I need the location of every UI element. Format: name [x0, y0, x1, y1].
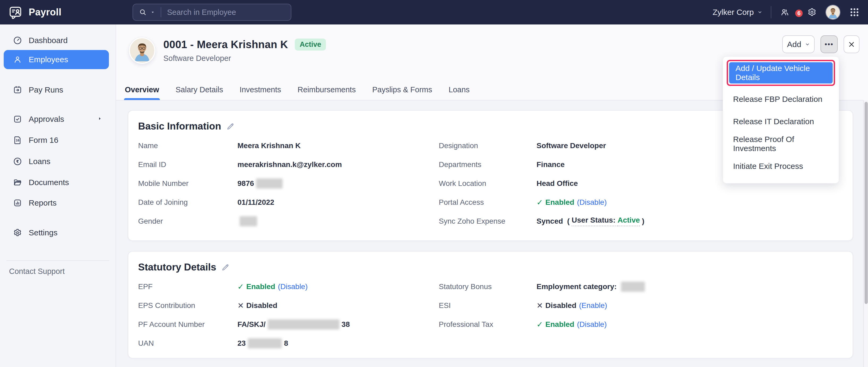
value-text: Meera Krishnan K	[238, 141, 301, 150]
payroll-logo-icon	[8, 5, 23, 20]
value-text: Enabled	[545, 320, 574, 329]
value-text: 8	[284, 339, 288, 347]
field-label-work-location: Work Location	[439, 179, 486, 188]
field-value-mobile-number: 9876	[238, 178, 285, 189]
search-placeholder: Search in Employee	[167, 8, 236, 17]
field-value-statutory-bonus: Employment category:	[536, 282, 647, 292]
edit-icon[interactable]	[221, 263, 230, 272]
svg-text:₹: ₹	[16, 159, 19, 164]
sidebar-item-label: Documents	[29, 178, 69, 187]
user-avatar[interactable]	[826, 5, 840, 20]
pay-runs-icon	[13, 85, 22, 95]
menu-item-release-proof-of-investments[interactable]: Release Proof Of Investments	[723, 133, 839, 155]
tab-payslips-forms[interactable]: Payslips & Forms	[372, 79, 432, 100]
org-switcher[interactable]: Zylker Corp	[713, 8, 762, 17]
more-actions-button[interactable]: •••	[820, 35, 838, 53]
chevron-down-icon	[757, 10, 762, 15]
field-value-departments: Finance	[536, 160, 565, 169]
sidebar-item-form-16[interactable]: 16Form 16	[4, 131, 109, 150]
menu-item-initiate-exit-process[interactable]: Initiate Exit Process	[723, 155, 839, 177]
employee-avatar	[129, 37, 155, 64]
disable-link[interactable]: (Disable)	[577, 198, 607, 207]
employees-icon	[13, 55, 22, 64]
sidebar-item-loans[interactable]: ₹Loans	[4, 152, 109, 171]
card-title: Basic Information	[138, 121, 221, 132]
sidebar-item-settings[interactable]: Settings	[4, 223, 109, 242]
status-badge: Active	[295, 38, 326, 51]
disable-link[interactable]: (Disable)	[577, 320, 607, 329]
sidebar-item-label: Dashboard	[29, 36, 68, 45]
search-divider	[161, 7, 161, 17]
field-value-designation: Software Developer	[536, 141, 606, 150]
reports-icon	[13, 198, 22, 208]
sidebar-item-label: Employees	[29, 55, 68, 64]
settings-icon	[13, 228, 22, 237]
close-button[interactable]	[843, 35, 860, 53]
contact-support-link[interactable]: Contact Support	[9, 267, 65, 276]
field-label-email-id: Email ID	[138, 160, 166, 169]
app-root: Payroll Search in Employee Zylker Corp	[0, 0, 868, 367]
statutory-details-card: Statutory Details EPF✓Enabled(Disable)St…	[128, 251, 853, 359]
loans-icon: ₹	[13, 157, 22, 166]
sidebar-item-reports[interactable]: Reports	[4, 193, 109, 213]
field-label-statutory-bonus: Statutory Bonus	[439, 282, 492, 291]
value-text: Enabled	[246, 282, 275, 291]
sidebar-item-label: Reports	[29, 198, 57, 207]
menu-item-add-update-vehicle-details[interactable]: Add / Update Vehicle Details	[729, 62, 833, 84]
field-label-departments: Departments	[439, 160, 481, 169]
sidebar-item-label: Loans	[29, 157, 51, 166]
chevron-right-icon	[98, 116, 102, 122]
close-icon	[848, 41, 855, 48]
add-button[interactable]: Add	[782, 35, 815, 53]
tab-reimbursements[interactable]: Reimbursements	[298, 79, 355, 100]
app-brand: Payroll	[0, 5, 116, 20]
gear-icon[interactable]	[807, 7, 817, 17]
sidebar-item-employees[interactable]: Employees	[4, 50, 109, 69]
edit-icon[interactable]	[226, 122, 235, 131]
search-icon	[139, 8, 147, 16]
disable-link[interactable]: (Disable)	[278, 282, 308, 291]
check-icon: ✓	[536, 198, 543, 207]
menu-item-release-fbp-declaration[interactable]: Release FBP Declaration	[723, 88, 839, 110]
field-value-name: Meera Krishnan K	[238, 141, 301, 150]
value-text: Finance	[536, 160, 565, 169]
field-value-esi: ✕Disabled(Enable)	[536, 301, 607, 310]
tab-loans[interactable]: Loans	[448, 79, 470, 100]
employee-header: 0001 - Meera Krishnan K Active Software …	[129, 37, 326, 64]
tab-investments[interactable]: Investments	[240, 79, 281, 100]
value-text: Enabled	[545, 198, 574, 207]
field-label-esi: ESI	[439, 301, 451, 310]
users-icon[interactable]	[780, 7, 790, 17]
value-text: FA/SKJ/	[238, 320, 266, 329]
redacted-value	[268, 319, 339, 330]
scrollbar-thumb[interactable]	[865, 102, 868, 304]
value-text: Head Office	[536, 179, 578, 188]
field-label-epf: EPF	[138, 282, 152, 291]
field-value-professional-tax: ✓Enabled(Disable)	[536, 320, 607, 329]
documents-icon	[13, 178, 22, 187]
sidebar-item-pay-runs[interactable]: Pay Runs	[4, 80, 109, 100]
search-input[interactable]: Search in Employee	[132, 4, 291, 21]
field-value-uan: 238	[238, 338, 288, 348]
tab-overview[interactable]: Overview	[125, 79, 159, 100]
dashboard-icon	[13, 36, 22, 45]
search-scope-chevron-down-icon[interactable]	[151, 10, 155, 15]
value-text: Disabled	[246, 301, 277, 310]
enable-link[interactable]: (Enable)	[579, 301, 607, 310]
value-text: )	[640, 217, 644, 226]
field-value-eps-contribution: ✕Disabled	[238, 301, 277, 310]
value-text: Active	[618, 216, 640, 226]
cross-icon: ✕	[238, 301, 244, 310]
field-label-name: Name	[138, 141, 158, 150]
sidebar-item-dashboard[interactable]: Dashboard	[4, 31, 109, 50]
field-value-sync-zoho-expense: Synced ( User Status: Active )	[536, 216, 644, 226]
apps-grid-icon[interactable]	[849, 7, 860, 18]
menu-item-release-it-declaration[interactable]: Release IT Declaration	[723, 110, 839, 133]
value-text: 23	[238, 339, 246, 347]
sidebar-item-documents[interactable]: Documents	[4, 173, 109, 192]
field-value-pf-account-number: FA/SKJ/38	[238, 319, 350, 330]
employee-title: 0001 - Meera Krishnan K	[163, 38, 288, 51]
card-title: Statutory Details	[138, 262, 216, 273]
tab-salary-details[interactable]: Salary Details	[176, 79, 223, 100]
sidebar-item-approvals[interactable]: Approvals	[4, 110, 109, 129]
